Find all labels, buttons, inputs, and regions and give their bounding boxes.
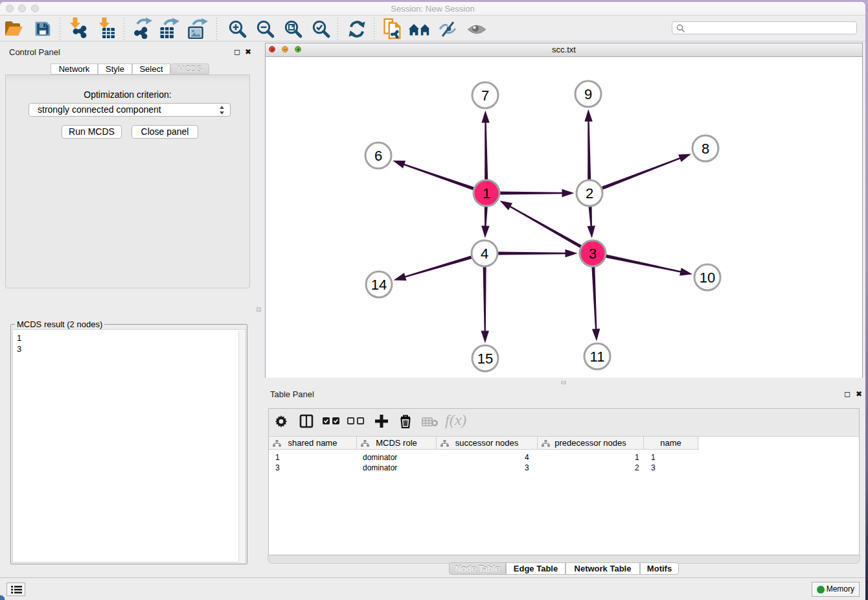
svg-text:11: 11	[590, 349, 605, 365]
svg-text:7: 7	[481, 87, 489, 104]
svg-text:4: 4	[481, 246, 488, 262]
svg-text:9: 9	[584, 86, 592, 102]
svg-text:1: 1	[483, 185, 490, 202]
svg-text:14: 14	[371, 277, 387, 293]
svg-text:6: 6	[374, 148, 382, 164]
svg-text:15: 15	[477, 351, 493, 367]
svg-text:8: 8	[702, 141, 709, 157]
svg-text:2: 2	[586, 185, 593, 202]
svg-text:10: 10	[700, 270, 715, 286]
svg-text:3: 3	[589, 246, 597, 262]
